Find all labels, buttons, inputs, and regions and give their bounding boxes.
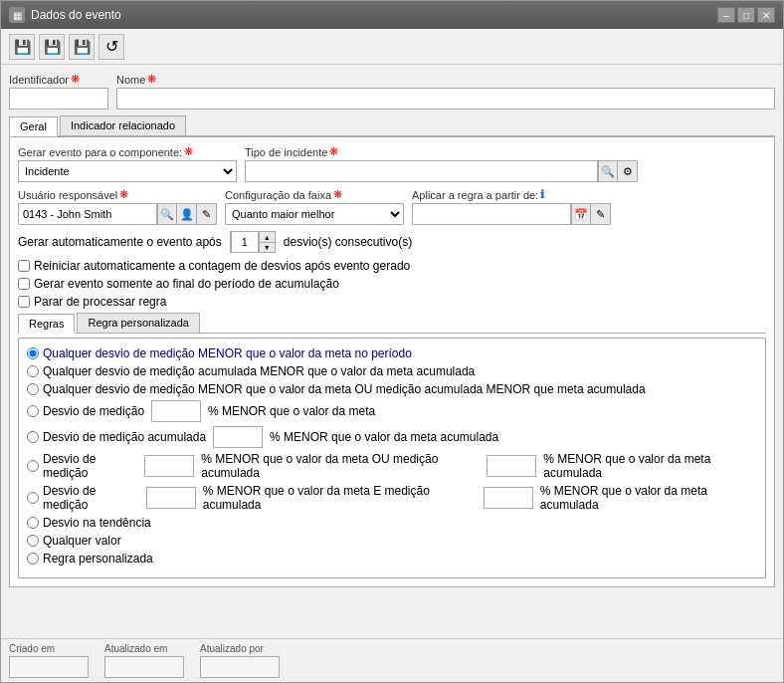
tab-regra-personalizada[interactable]: Regra personalizada (77, 313, 200, 333)
rule-7-suffix: % MENOR que o valor da meta acumulada (540, 484, 757, 512)
usuario-search-button[interactable]: 🔍 (157, 203, 177, 225)
save3-button[interactable]: 💾 (69, 34, 95, 60)
usuario-label: Usuário responsável ❋ (18, 188, 217, 201)
tab-regras[interactable]: Regras (18, 314, 75, 334)
main-tab-bar: Geral Indicador relacionado (9, 115, 775, 136)
rule-10-row: Regra personalizada (27, 552, 757, 566)
atualizado-por-input (200, 656, 280, 678)
identificador-required: ❋ (71, 73, 80, 86)
atualizado-por-label: Atualizado por (200, 643, 280, 654)
rule-5-input[interactable] (213, 426, 263, 448)
aplicar-edit-button[interactable]: ✎ (591, 203, 611, 225)
aplicar-input[interactable] (412, 203, 571, 225)
rule-3-radio[interactable] (27, 383, 39, 395)
componente-required: ❋ (184, 145, 193, 158)
window-icon: ▦ (9, 7, 25, 23)
nome-input[interactable] (116, 88, 775, 110)
rule-2-row: Qualquer desvio de medição acumulada MEN… (27, 364, 757, 378)
rule-4-input[interactable] (151, 400, 201, 422)
rule-10-radio[interactable] (27, 553, 39, 565)
config-faixa-select[interactable]: Quanto maior melhor (225, 203, 404, 225)
parar-label: Parar de processar regra (34, 295, 166, 309)
rule-5-row: Desvio de medição acumulada % MENOR que … (27, 426, 757, 448)
config-faixa-group: Configuração da faixa ❋ Quanto maior mel… (225, 188, 404, 225)
rule-8-radio[interactable] (27, 517, 39, 529)
geral-panel: Gerar evento para o componente: ❋ Incide… (9, 136, 775, 587)
tipo-input-group: 🔍 ⚙ (245, 160, 766, 182)
rule-7-input2[interactable] (484, 487, 533, 509)
rule-9-radio[interactable] (27, 535, 39, 547)
maximize-button[interactable]: □ (737, 7, 755, 23)
atualizado-por-group: Atualizado por (200, 643, 280, 678)
tipo-incidente-group: Tipo de incidente ❋ 🔍 ⚙ (245, 145, 766, 182)
criado-em-label: Criado em (9, 643, 89, 654)
identificador-input[interactable] (9, 88, 108, 110)
rule-6-input1[interactable] (144, 455, 194, 477)
rule-5-radio[interactable] (27, 431, 39, 443)
spinner-up[interactable]: ▲ (259, 232, 275, 242)
rule-6-row: Desvio de medição % MENOR que o valor da… (27, 452, 757, 480)
main-tabs-container: Geral Indicador relacionado Gerar evento… (9, 115, 775, 587)
rule-6-input2[interactable] (487, 455, 536, 477)
rule-4-radio[interactable] (27, 405, 39, 417)
tab-geral[interactable]: Geral (9, 116, 58, 136)
save1-button[interactable]: 💾 (9, 34, 35, 60)
atualizado-em-label: Atualizado em (104, 643, 184, 654)
rule-2-radio[interactable] (27, 365, 39, 377)
tipo-config-button[interactable]: ⚙ (618, 160, 638, 182)
close-button[interactable]: ✕ (757, 7, 775, 23)
rule-7-input1[interactable] (146, 487, 196, 509)
criado-em-input (9, 656, 89, 678)
save2-button[interactable]: 💾 (39, 34, 65, 60)
reiniciar-checkbox[interactable] (18, 260, 30, 272)
usuario-input[interactable] (18, 203, 157, 225)
rule-8-label: Desvio na tendência (43, 516, 151, 530)
usuario-required: ❋ (119, 188, 128, 201)
usuario-person-button[interactable]: 👤 (177, 203, 197, 225)
reiniciar-row: Reiniciar automaticamente a contagem de … (18, 259, 766, 273)
rule-1-label: Qualquer desvio de medição MENOR que o v… (43, 346, 412, 360)
parar-checkbox[interactable] (18, 296, 30, 308)
tipo-incidente-label: Tipo de incidente ❋ (245, 145, 766, 158)
rule-1-row: Qualquer desvio de medição MENOR que o v… (27, 346, 757, 360)
refresh-button[interactable]: ↺ (98, 34, 124, 60)
aplicar-info-icon[interactable]: ℹ (540, 188, 544, 201)
gerar-auto-label1: Gerar automaticamente o evento após (18, 235, 222, 249)
aplicar-input-group: 📅 ✎ (412, 203, 611, 225)
rules-tabs-container: Regras Regra personalizada Qualquer desv… (18, 313, 766, 578)
gerar-final-checkbox[interactable] (18, 278, 30, 290)
spinner-input[interactable] (231, 231, 259, 253)
main-content: Identificador ❋ Nome ❋ Geral Indicador r… (1, 65, 783, 638)
componente-select[interactable]: Incidente (18, 160, 237, 182)
rule-6-prefix: Desvio de medição (43, 452, 137, 480)
rule-3-label: Qualquer desvio de medição MENOR que o v… (43, 382, 646, 396)
rule-7-radio[interactable] (27, 492, 39, 504)
bottom-bar: Criado em Atualizado em Atualizado por (1, 638, 783, 682)
identificador-label: Identificador ❋ (9, 73, 108, 86)
aplicar-calendar-button[interactable]: 📅 (571, 203, 591, 225)
usuario-edit-button[interactable]: ✎ (197, 203, 217, 225)
spinner-buttons: ▲ ▼ (259, 232, 275, 252)
tipo-incidente-input[interactable] (245, 160, 598, 182)
title-bar-controls: – □ ✕ (717, 7, 775, 23)
tipo-search-button[interactable]: 🔍 (598, 160, 618, 182)
rule-6-mid: % MENOR que o valor da meta OU medição a… (201, 452, 480, 480)
atualizado-em-input (104, 656, 184, 678)
nome-label: Nome ❋ (116, 73, 775, 86)
rule-9-row: Qualquer valor (27, 534, 757, 548)
rule-7-row: Desvio de medição % MENOR que o valor da… (27, 484, 757, 512)
toolbar: 💾 💾 💾 ↺ (1, 29, 783, 65)
rule-1-radio[interactable] (27, 347, 39, 359)
componente-label: Gerar evento para o componente: ❋ (18, 145, 237, 158)
spinner-down[interactable]: ▼ (259, 242, 275, 252)
rule-10-label: Regra personalizada (43, 552, 153, 566)
minimize-button[interactable]: – (717, 7, 735, 23)
tab-indicador[interactable]: Indicador relacionado (60, 115, 186, 135)
usuario-input-group: 🔍 👤 ✎ (18, 203, 217, 225)
identificador-group: Identificador ❋ (9, 73, 108, 110)
rule-7-prefix: Desvio de medição (43, 484, 139, 512)
spinner-group: ▲ ▼ (230, 231, 276, 253)
rule-8-row: Desvio na tendência (27, 516, 757, 530)
tipo-required: ❋ (329, 145, 338, 158)
rule-6-radio[interactable] (27, 460, 39, 472)
